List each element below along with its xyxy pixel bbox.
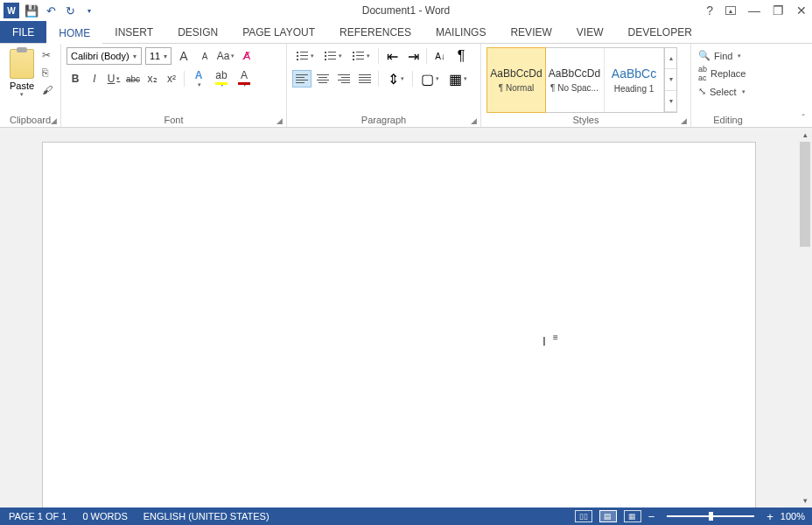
tab-insert[interactable]: INSERT (102, 21, 165, 43)
tab-view[interactable]: VIEW (564, 21, 616, 43)
italic-button[interactable]: I (86, 70, 103, 88)
word-count-status[interactable]: 0 WORDS (82, 511, 127, 522)
minimize-button[interactable]: — (748, 4, 760, 18)
scroll-thumb[interactable] (800, 142, 810, 247)
restore-button[interactable]: ❐ (773, 4, 784, 18)
scroll-down-button[interactable]: ▾ (798, 494, 812, 508)
align-right-button[interactable] (334, 70, 354, 88)
ribbon-tabs: FILE HOME INSERT DESIGN PAGE LAYOUT REFE… (0, 21, 812, 44)
clipboard-launcher[interactable]: ◢ (51, 116, 57, 125)
style-preview: AaBbCcDd (490, 67, 542, 80)
shading-button[interactable]: ▢ (416, 70, 443, 88)
font-color-button[interactable]: A (234, 70, 255, 88)
superscript-button[interactable]: x² (163, 70, 180, 88)
tab-page-layout[interactable]: PAGE LAYOUT (230, 21, 327, 43)
bullets-icon (297, 51, 309, 61)
gallery-up[interactable]: ▴ (665, 48, 676, 69)
align-center-button[interactable] (313, 70, 332, 88)
strikethrough-button[interactable]: abc (124, 70, 142, 88)
decrease-indent-button[interactable]: ⇤ (382, 47, 402, 65)
paste-button[interactable]: Paste ▾ (5, 47, 38, 100)
font-name-combo[interactable]: Calibri (Body)▾ (66, 47, 142, 65)
cursor-icon: ⤡ (698, 86, 706, 97)
paste-icon (10, 49, 34, 79)
format-painter-button[interactable]: 🖌 (42, 84, 52, 96)
style-no-spacing[interactable]: AaBbCcDd ¶ No Spac... (545, 48, 605, 112)
align-right-icon (338, 74, 350, 84)
tab-home[interactable]: HOME (46, 21, 102, 43)
subscript-button[interactable]: x₂ (144, 70, 161, 88)
borders-button[interactable]: ▦ (444, 70, 471, 88)
paste-label: Paste (10, 80, 34, 91)
find-button[interactable]: 🔍Find▾ (696, 49, 743, 62)
document-page[interactable] (42, 142, 756, 508)
grow-font-button[interactable]: A (175, 47, 192, 65)
zoom-level[interactable]: 100% (780, 511, 805, 522)
paragraph-group-label: Paragraph◢ (292, 113, 475, 125)
tab-developer[interactable]: DEVELOPER (615, 21, 704, 43)
zoom-out-button[interactable]: − (648, 511, 655, 522)
zoom-in-button[interactable]: + (766, 511, 774, 522)
ribbon-display-options[interactable]: ▴ (725, 6, 736, 15)
increase-indent-button[interactable]: ⇥ (403, 47, 423, 65)
zoom-slider[interactable] (667, 515, 754, 517)
paragraph-launcher[interactable]: ◢ (471, 116, 477, 125)
gallery-down[interactable]: ▾ (665, 69, 676, 90)
close-button[interactable]: ✕ (796, 4, 807, 18)
tab-review[interactable]: REVIEW (498, 21, 564, 43)
bold-button[interactable]: B (66, 70, 84, 88)
word-app-icon[interactable]: W (4, 3, 19, 18)
group-styles: AaBbCcDd ¶ Normal AaBbCcDd ¶ No Spac... … (481, 44, 691, 127)
help-button[interactable]: ? (706, 4, 713, 18)
change-case-button[interactable]: Aa (217, 47, 234, 65)
style-normal[interactable]: AaBbCcDd ¶ Normal (486, 47, 546, 113)
font-size-combo[interactable]: 11▾ (145, 47, 172, 65)
tab-mailings[interactable]: MAILINGS (424, 21, 498, 43)
align-left-icon (296, 74, 308, 84)
save-button[interactable]: 💾 (24, 4, 38, 18)
qat-customize[interactable]: ▾ (82, 4, 96, 18)
redo-button[interactable]: ↻ (63, 4, 77, 18)
select-button[interactable]: ⤡Select▾ (696, 85, 747, 98)
print-layout-button[interactable]: ▤ (599, 510, 617, 522)
scroll-up-button[interactable]: ▴ (798, 128, 812, 142)
vertical-scrollbar[interactable]: ▴ ▾ (798, 128, 812, 508)
font-launcher[interactable]: ◢ (276, 116, 283, 125)
replace-button[interactable]: abacReplace (696, 64, 747, 83)
page-number-status[interactable]: PAGE 1 OF 1 (9, 511, 66, 522)
tab-design[interactable]: DESIGN (165, 21, 230, 43)
justify-button[interactable] (355, 70, 374, 88)
bullets-button[interactable] (292, 47, 318, 65)
separator (378, 71, 379, 87)
read-mode-button[interactable]: ▯▯ (575, 510, 592, 522)
clear-formatting-button[interactable]: A̸ (238, 47, 256, 65)
ribbon: Paste ▾ ✂ ⎘ 🖌 Clipboard◢ Calibri (Body)▾… (0, 44, 812, 128)
shrink-font-button[interactable]: A (196, 47, 214, 65)
numbering-icon (325, 51, 337, 61)
tab-file[interactable]: FILE (0, 21, 46, 43)
collapse-ribbon-button[interactable]: ˆ (802, 113, 805, 123)
highlight-color-bar (215, 82, 228, 85)
cut-button[interactable]: ✂ (42, 49, 52, 61)
zoom-slider-knob[interactable] (709, 512, 713, 521)
sort-button[interactable]: A↓ (430, 47, 450, 65)
align-left-button[interactable] (292, 70, 312, 88)
style-heading-1[interactable]: AaBbCc Heading 1 (605, 48, 664, 112)
style-name: Heading 1 (614, 84, 654, 94)
title-bar: W 💾 ↶ ↻ ▾ Document1 - Word ? ▴ — ❐ ✕ (0, 0, 812, 21)
align-center-icon (317, 74, 329, 84)
multilevel-list-button[interactable] (348, 47, 374, 65)
language-status[interactable]: ENGLISH (UNITED STATES) (144, 511, 270, 522)
web-layout-button[interactable]: ▦ (624, 510, 641, 522)
text-effects-button[interactable]: A (188, 70, 209, 88)
tab-references[interactable]: REFERENCES (327, 21, 424, 43)
show-marks-button[interactable]: ¶ (452, 47, 471, 65)
copy-button[interactable]: ⎘ (42, 66, 52, 79)
gallery-more[interactable]: ▾ (665, 91, 676, 112)
line-spacing-button[interactable]: ⇕ (382, 70, 409, 88)
numbering-button[interactable] (320, 47, 346, 65)
highlight-button[interactable]: ab (211, 70, 232, 88)
undo-button[interactable]: ↶ (44, 4, 58, 18)
styles-launcher[interactable]: ◢ (681, 116, 687, 125)
underline-button[interactable]: U (105, 70, 122, 88)
